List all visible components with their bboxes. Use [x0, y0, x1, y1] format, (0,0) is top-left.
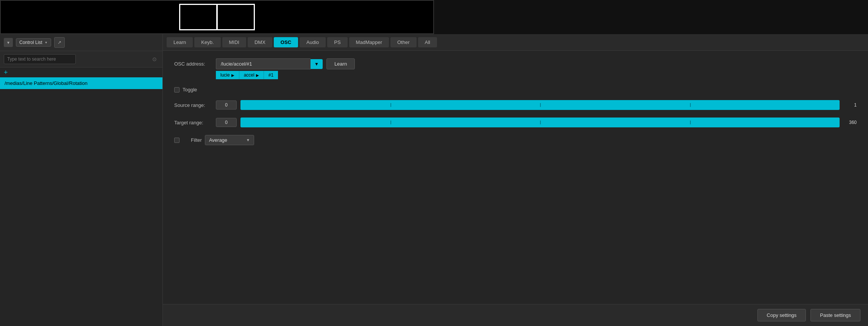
control-list-label: Control List: [19, 40, 42, 45]
filter-label: Filter: [191, 137, 202, 143]
toggle-checkbox[interactable]: [174, 87, 180, 92]
control-items-list: /medias/Line Patterns/Global/Rotation: [0, 77, 162, 326]
search-wrapper: ⊙: [4, 54, 159, 64]
copy-settings-button[interactable]: Copy settings: [757, 309, 806, 321]
tab-madmapper[interactable]: MadMapper: [349, 37, 389, 47]
range-mark: [690, 103, 691, 107]
target-range-slider[interactable]: [240, 118, 840, 127]
preview-left: [0, 0, 434, 34]
target-range-end: 360: [843, 120, 857, 125]
preview-rect: [179, 4, 255, 30]
path-segment-label: accel: [244, 72, 254, 78]
tab-all[interactable]: All: [418, 37, 437, 47]
chevron-down-icon: ▼: [45, 41, 48, 44]
source-range-end: 1: [843, 102, 857, 108]
chevron-down-icon: ▼: [314, 61, 319, 67]
target-range-label: Target range:: [174, 120, 212, 125]
osc-address-input-wrap: ▼: [216, 58, 323, 69]
preview-line: [216, 5, 218, 29]
path-arrow-icon: ▶: [231, 73, 234, 77]
search-icon[interactable]: ⊙: [152, 56, 157, 62]
toggle-row: Toggle: [174, 87, 857, 92]
path-segment-accel[interactable]: accel ▶: [239, 71, 264, 79]
left-panel: ▼ Control List ▼ ↗ ⊙ + /medias/Line Patt…: [0, 34, 163, 326]
osc-learn-button[interactable]: Learn: [326, 58, 355, 69]
range-mark: [540, 121, 541, 124]
osc-address-input[interactable]: [216, 58, 311, 69]
right-panel: Learn Keyb. MIDI DMX OSC Audio PS MadMap…: [163, 34, 868, 326]
range-mark: [540, 103, 541, 107]
control-bar: ▼ Control List ▼ ↗: [0, 34, 162, 51]
external-link-icon: ↗: [58, 40, 61, 45]
control-list-dropdown[interactable]: Control List ▼: [16, 38, 51, 47]
tab-midi[interactable]: MIDI: [222, 37, 246, 47]
list-actions: +: [0, 67, 162, 77]
osc-section: OSC address: ▼ Learn lucie ▶: [174, 58, 857, 79]
osc-address-row: OSC address: ▼ Learn: [174, 58, 857, 69]
chevron-down-icon: ▼: [246, 138, 250, 142]
tab-learn[interactable]: Learn: [167, 37, 193, 47]
osc-path-breadcrumbs: lucie ▶ accel ▶ #1: [216, 71, 857, 79]
tab-audio[interactable]: Audio: [300, 37, 326, 47]
target-range-row: Target range: 360: [174, 118, 857, 127]
source-range-start[interactable]: [216, 100, 237, 110]
preview-area: [0, 0, 868, 34]
tab-other[interactable]: Other: [390, 37, 417, 47]
filter-select[interactable]: Average ▼: [205, 135, 254, 145]
source-range-row: Source range: 1: [174, 100, 857, 110]
range-mark: [690, 121, 691, 124]
main-panel: ▼ Control List ▼ ↗ ⊙ + /medias/Line Patt…: [0, 34, 868, 326]
tab-dmx[interactable]: DMX: [248, 37, 272, 47]
osc-address-label: OSC address:: [174, 61, 212, 67]
search-input[interactable]: [4, 54, 76, 64]
path-segment-lucie[interactable]: lucie ▶: [216, 71, 239, 79]
filter-row: Filter Average ▼: [174, 135, 857, 145]
paste-settings-button[interactable]: Paste settings: [810, 309, 860, 321]
range-mark: [390, 121, 391, 124]
toggle-label: Toggle: [183, 87, 197, 92]
path-segment-label: lucie: [220, 72, 230, 78]
search-bar: ⊙: [0, 51, 162, 67]
filter-select-value: Average: [209, 137, 227, 143]
source-range-slider[interactable]: [240, 100, 840, 110]
panel-collapse-button[interactable]: ▼: [4, 38, 13, 47]
range-mark: [390, 103, 391, 107]
path-segment-label: #1: [269, 72, 273, 78]
tab-ps[interactable]: PS: [327, 37, 347, 47]
external-link-button[interactable]: ↗: [54, 37, 65, 48]
target-range-start[interactable]: [216, 118, 237, 127]
path-arrow-icon: ▶: [256, 73, 259, 77]
osc-dropdown-button[interactable]: ▼: [311, 59, 323, 69]
preview-right: [434, 0, 868, 34]
add-control-button[interactable]: +: [4, 69, 8, 76]
path-segment-hash1[interactable]: #1: [264, 71, 278, 79]
content-area: OSC address: ▼ Learn lucie ▶: [163, 51, 868, 304]
source-range-label: Source range:: [174, 102, 212, 108]
tab-osc[interactable]: OSC: [274, 37, 298, 47]
control-item[interactable]: /medias/Line Patterns/Global/Rotation: [0, 77, 162, 89]
tab-bar: Learn Keyb. MIDI DMX OSC Audio PS MadMap…: [163, 34, 868, 51]
filter-checkbox[interactable]: [174, 138, 180, 143]
tab-keyb[interactable]: Keyb.: [194, 37, 220, 47]
bottom-bar: Copy settings Paste settings: [163, 304, 868, 326]
